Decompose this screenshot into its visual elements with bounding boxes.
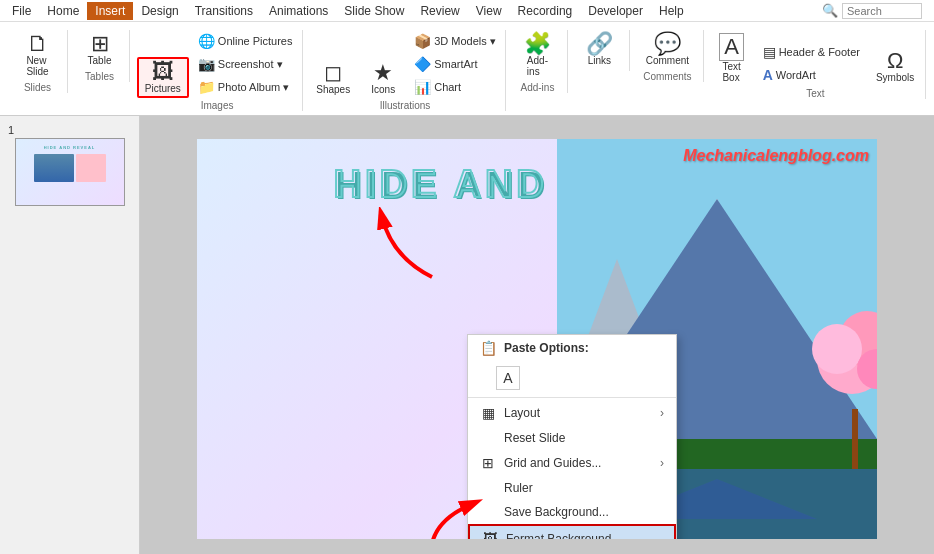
slide-thumbnail[interactable]: HIDE AND REVEAL [15, 138, 125, 206]
ctx-reset-slide[interactable]: Reset Slide [468, 426, 676, 450]
ctx-layout[interactable]: ▦ Layout › [468, 400, 676, 426]
slide-number-wrap: 1 [8, 124, 131, 136]
illus-group-label: Illustrations [380, 100, 431, 111]
textbox-button[interactable]: A TextBox [710, 30, 754, 86]
ribbon-group-slides: 🗋 NewSlide Slides [8, 30, 68, 93]
smartart-label: SmartArt [434, 58, 477, 70]
menu-home[interactable]: Home [39, 2, 87, 20]
menu-design[interactable]: Design [133, 2, 186, 20]
ctx-grid-guides[interactable]: ⊞ Grid and Guides... › [468, 450, 676, 476]
textbox-label: TextBox [722, 61, 740, 83]
slides-group-items: 🗋 NewSlide [16, 30, 60, 80]
photo-album-label: Photo Album ▾ [218, 81, 289, 94]
online-pictures-label: Online Pictures [218, 35, 293, 47]
wordart-button[interactable]: A WordArt [758, 64, 865, 86]
3d-models-button[interactable]: 📦 3D Models ▾ [409, 30, 501, 52]
ribbon-group-images: 🖼 Pictures 🌐 Online Pictures 📷 Screensho… [132, 30, 303, 111]
search-input[interactable] [842, 3, 922, 19]
format-bg-icon: 🖼 [482, 531, 498, 539]
addins-button[interactable]: 🧩 Add-ins [515, 30, 559, 80]
symbols-button[interactable]: Ω Symbols [869, 47, 921, 86]
comment-button[interactable]: 💬 Comment [639, 30, 696, 69]
chart-icon: 📊 [414, 79, 431, 95]
ctx-ruler[interactable]: Ruler [468, 476, 676, 500]
layout-icon: ▦ [480, 405, 496, 421]
header-footer-icon: ▤ [763, 44, 776, 60]
menu-recording[interactable]: Recording [510, 2, 581, 20]
text-col: ▤ Header & Footer A WordArt [758, 41, 865, 86]
photo-album-button[interactable]: 📁 Photo Album ▾ [193, 76, 298, 98]
photo-album-icon: 📁 [198, 79, 215, 95]
slides-group-label: Slides [24, 82, 51, 93]
text-group-items: A TextBox ▤ Header & Footer A WordArt Ω … [710, 30, 922, 86]
wordart-icon: A [763, 67, 773, 83]
grid-arrow: › [660, 456, 664, 470]
icons-label: Icons [371, 84, 395, 95]
paste-options-label: Paste Options: [504, 341, 589, 355]
table-label: Table [88, 55, 112, 66]
menu-view[interactable]: View [468, 2, 510, 20]
menu-file[interactable]: File [4, 2, 39, 20]
links-button[interactable]: 🔗 Links [577, 30, 621, 69]
addins-group-label: Add-ins [520, 82, 554, 93]
links-group-items: 🔗 Links [577, 30, 621, 69]
menu-animations[interactable]: Animations [261, 2, 336, 20]
ctx-ruler-label: Ruler [504, 481, 533, 495]
new-slide-icon: 🗋 [27, 33, 49, 55]
online-pictures-button[interactable]: 🌐 Online Pictures [193, 30, 298, 52]
icons-button[interactable]: ★ Icons [361, 59, 405, 98]
menu-transitions[interactable]: Transitions [187, 2, 261, 20]
slide-panel: 1 HIDE AND REVEAL [0, 116, 140, 554]
header-footer-label: Header & Footer [779, 46, 860, 58]
screenshot-icon: 📷 [198, 56, 215, 72]
ctx-format-bg-label: Format Background... [506, 532, 621, 539]
ribbon-group-illustrations: ◻ Shapes ★ Icons 📦 3D Models ▾ 🔷 SmartAr… [305, 30, 506, 111]
images-group-label: Images [201, 100, 234, 111]
ctx-format-bg[interactable]: 🖼 Format Background... [468, 524, 676, 539]
icons-icon: ★ [373, 62, 393, 84]
smartart-button[interactable]: 🔷 SmartArt [409, 53, 501, 75]
red-arrow-1 [372, 207, 452, 290]
menu-slideshow[interactable]: Slide Show [336, 2, 412, 20]
layout-arrow: › [660, 406, 664, 420]
context-menu: 📋 Paste Options: A ▦ Layout › Reset Slid… [467, 334, 677, 539]
menu-review[interactable]: Review [412, 2, 467, 20]
ribbon-content: 🗋 NewSlide Slides ⊞ Table Tables 🖼 Pictu [0, 26, 934, 115]
3d-models-label: 3D Models ▾ [434, 35, 496, 48]
ribbon: 🗋 NewSlide Slides ⊞ Table Tables 🖼 Pictu [0, 22, 934, 116]
comments-group-label: Comments [643, 71, 691, 82]
textbox-icon: A [719, 33, 744, 61]
svg-point-13 [812, 324, 862, 374]
ribbon-group-text: A TextBox ▤ Header & Footer A WordArt Ω … [706, 30, 926, 99]
chart-button[interactable]: 📊 Chart [409, 76, 501, 98]
pictures-button[interactable]: 🖼 Pictures [137, 57, 189, 98]
new-slide-label: NewSlide [26, 55, 48, 77]
ctx-paste-options: 📋 Paste Options: [468, 335, 676, 361]
ctx-save-bg-label: Save Background... [504, 505, 609, 519]
menu-insert[interactable]: Insert [87, 2, 133, 20]
illus-group-items: ◻ Shapes ★ Icons 📦 3D Models ▾ 🔷 SmartAr… [309, 30, 501, 98]
menu-developer[interactable]: Developer [580, 2, 651, 20]
ctx-save-bg[interactable]: Save Background... [468, 500, 676, 524]
svg-rect-15 [852, 409, 858, 469]
ctx-paste-special[interactable]: A [468, 361, 676, 395]
table-button[interactable]: ⊞ Table [78, 30, 122, 69]
links-label: Links [588, 55, 611, 66]
menu-help[interactable]: Help [651, 2, 692, 20]
screenshot-button[interactable]: 📷 Screenshot ▾ [193, 53, 298, 75]
illus-col: 📦 3D Models ▾ 🔷 SmartArt 📊 Chart [409, 30, 501, 98]
smartart-icon: 🔷 [414, 56, 431, 72]
paste-icon: 📋 [480, 340, 496, 356]
shapes-label: Shapes [316, 84, 350, 95]
screenshot-label: Screenshot ▾ [218, 58, 283, 71]
slide-canvas[interactable]: Mechanicalengblog.com HIDE AND REVEAL [197, 139, 877, 539]
pictures-icon: 🖼 [152, 61, 174, 83]
main-canvas[interactable]: Mechanicalengblog.com HIDE AND REVEAL [140, 116, 934, 554]
tables-group-label: Tables [85, 71, 114, 82]
shapes-button[interactable]: ◻ Shapes [309, 59, 357, 98]
pictures-label: Pictures [145, 83, 181, 94]
header-footer-button[interactable]: ▤ Header & Footer [758, 41, 865, 63]
new-slide-button[interactable]: 🗋 NewSlide [16, 30, 60, 80]
wordart-label: WordArt [776, 69, 816, 81]
comment-icon: 💬 [654, 33, 681, 55]
